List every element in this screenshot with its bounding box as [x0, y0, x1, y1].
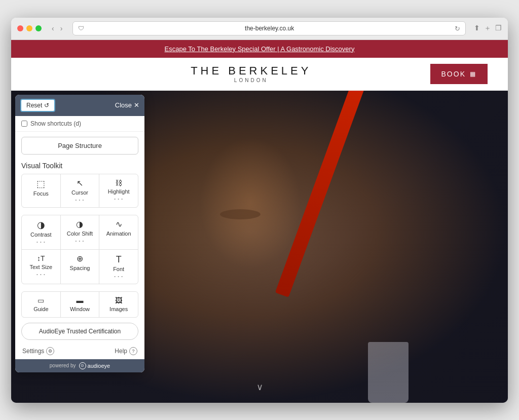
color-shift-label: Color Shift [67, 231, 93, 237]
spacing-label: Spacing [70, 265, 90, 271]
grid-separator-2 [21, 286, 138, 289]
tabs-icon[interactable]: ❐ [495, 24, 502, 33]
book-icon: ▦ [470, 70, 476, 78]
toolkit-guide[interactable]: ▭ Guide [22, 292, 60, 317]
eye-shadow [220, 209, 261, 219]
shield-icon: 🛡 [78, 25, 84, 32]
close-label: Close [115, 101, 132, 109]
focus-label: Focus [33, 190, 49, 197]
share-icon[interactable]: ⬆ [474, 24, 480, 33]
site-logo: THE BERKELEY LONDON [72, 64, 430, 83]
accessibility-panel: Reset ↺ Close ✕ Show shortcuts (d) Page … [15, 95, 144, 372]
browser-content: Escape To The Berkeley Special Offer | A… [11, 40, 508, 403]
address-bar[interactable]: 🛡 the-berkeley.co.uk ↻ [72, 21, 466, 35]
focus-icon: ⬚ [36, 179, 45, 188]
nav-buttons: ‹ › [50, 23, 64, 33]
grid-separator-1 [21, 210, 138, 213]
audioeye-logo: ⊙ audioeye [79, 362, 110, 369]
window-icon: ▬ [76, 297, 83, 304]
hero-section: ∨ Reset ↺ Close ✕ [11, 91, 508, 403]
highlight-label: Highlight [108, 188, 130, 195]
logo-name: THE BERKELEY [72, 64, 430, 78]
toolkit-grid-row2: ◑ Contrast • • • ◑ Color Shift • • • ∿ A… [21, 215, 138, 284]
shortcuts-checkbox[interactable] [21, 121, 27, 127]
forward-button[interactable]: › [58, 23, 65, 33]
guide-label: Guide [33, 306, 48, 312]
animation-label: Animation [106, 231, 131, 237]
toolkit-color-shift[interactable]: ◑ Color Shift • • • [61, 215, 99, 249]
toolkit-grid-row1: ⬚ Focus ↖ Cursor • • • ⛓ Highlight • • • [21, 174, 138, 208]
browser-window: ‹ › 🛡 the-berkeley.co.uk ↻ ⬆ ＋ ❐ Escape … [11, 18, 508, 403]
reset-icon: ↺ [44, 102, 49, 109]
toolkit-images[interactable]: 🖼 Images [99, 292, 138, 317]
toolkit-spacing[interactable]: ⊕ Spacing [61, 250, 99, 284]
back-button[interactable]: ‹ [50, 23, 56, 33]
url-text: the-berkeley.co.uk [88, 25, 451, 32]
font-dots: • • • [114, 274, 123, 279]
panel-header: Reset ↺ Close ✕ [15, 95, 144, 116]
help-link[interactable]: Help ? [115, 347, 137, 355]
contrast-label: Contrast [30, 232, 52, 238]
cursor-label: Cursor [71, 189, 88, 196]
traffic-lights [17, 25, 42, 31]
shortcuts-row: Show shortcuts (d) [15, 116, 144, 132]
settings-icon: ⚙ [46, 347, 54, 355]
text-size-icon: ↕T [37, 255, 45, 262]
toolkit-animation[interactable]: ∿ Animation [99, 215, 138, 249]
toolkit-focus[interactable]: ⬚ Focus [22, 174, 60, 207]
text-size-label: Text Size [30, 264, 53, 270]
ae-brand-text: audioeye [88, 363, 110, 369]
cursor-dots: • • • [76, 198, 85, 202]
toolkit-contrast[interactable]: ◑ Contrast • • • [22, 215, 60, 249]
panel-branding: powered by ⊙ audioeye [15, 359, 144, 372]
settings-link[interactable]: Settings ⚙ [22, 347, 54, 355]
close-x-icon: ✕ [134, 101, 139, 109]
text-size-dots: • • • [36, 272, 46, 277]
book-label: BOOK [441, 70, 466, 78]
book-button[interactable]: BOOK ▦ [430, 64, 488, 84]
spacing-icon: ⊕ [77, 255, 83, 263]
visual-toolkit-title: Visual Toolkit [15, 160, 144, 174]
minimize-traffic-light[interactable] [26, 25, 32, 31]
refresh-icon: ↻ [455, 25, 460, 32]
toolkit-cursor[interactable]: ↖ Cursor • • • [61, 174, 99, 207]
page-structure-button[interactable]: Page Structure [21, 137, 138, 155]
site-banner: Escape To The Berkeley Special Offer | A… [11, 40, 508, 58]
color-shift-dots: • • • [76, 239, 85, 243]
scroll-indicator: ∨ [256, 381, 263, 393]
face-highlight [200, 137, 301, 269]
contrast-icon: ◑ [37, 220, 45, 230]
toolkit-grid-row3: ▭ Guide ▬ Window 🖼 Images [21, 291, 138, 318]
cup-element [368, 342, 409, 403]
reset-button[interactable]: Reset ↺ [20, 99, 55, 112]
toolkit-window[interactable]: ▬ Window [61, 292, 99, 317]
highlight-dots: • • • [114, 197, 123, 201]
window-label: Window [70, 306, 90, 312]
new-tab-icon[interactable]: ＋ [484, 24, 491, 33]
images-label: Images [109, 306, 128, 312]
toolkit-text-size[interactable]: ↕T Text Size • • • [22, 250, 60, 284]
audioeye-cert-button[interactable]: AudioEye Trusted Certification [21, 323, 138, 340]
close-traffic-light[interactable] [17, 25, 23, 31]
shortcuts-label: Show shortcuts (d) [30, 120, 81, 127]
maximize-traffic-light[interactable] [35, 25, 42, 31]
browser-actions: ⬆ ＋ ❐ [474, 24, 502, 33]
animation-icon: ∿ [116, 220, 122, 228]
highlight-icon: ⛓ [115, 179, 122, 186]
toolkit-highlight[interactable]: ⛓ Highlight • • • [99, 174, 138, 207]
logo-sub: LONDON [72, 78, 430, 83]
ae-logo-icon: ⊙ [79, 362, 86, 369]
powered-by-text: powered by [50, 363, 76, 368]
toolkit-font[interactable]: T Font • • • [99, 250, 138, 284]
cursor-icon: ↖ [77, 179, 83, 187]
settings-label: Settings [22, 348, 44, 355]
browser-titlebar: ‹ › 🛡 the-berkeley.co.uk ↻ ⬆ ＋ ❐ [11, 18, 508, 40]
font-label: Font [113, 266, 124, 272]
guide-icon: ▭ [38, 297, 44, 304]
panel-footer-links: Settings ⚙ Help ? [15, 343, 144, 359]
color-shift-icon: ◑ [76, 220, 83, 228]
close-button[interactable]: Close ✕ [115, 101, 139, 109]
font-icon: T [116, 255, 122, 264]
banner-link[interactable]: Escape To The Berkeley Special Offer | A… [165, 45, 355, 53]
help-icon: ? [129, 347, 137, 355]
